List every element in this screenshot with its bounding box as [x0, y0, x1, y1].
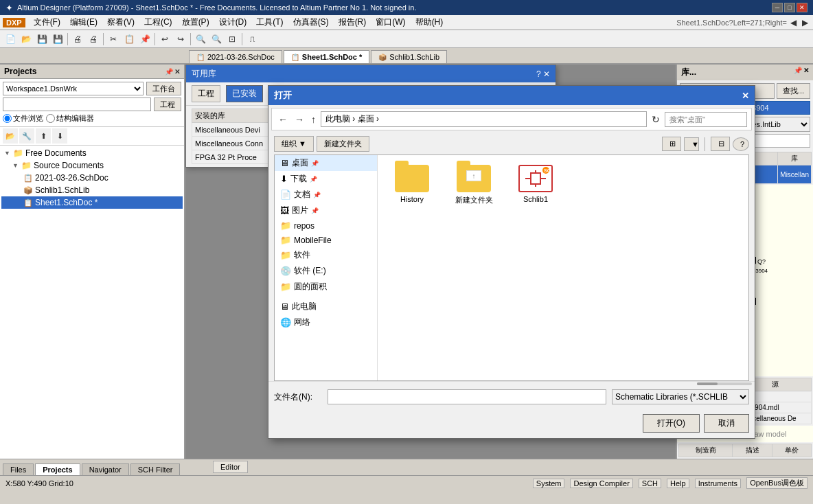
nav-back[interactable]: ◀ — [788, 17, 799, 28]
nav-mobile[interactable]: 📁 MobileFile — [275, 233, 377, 247]
tab-doc3[interactable]: 📦 Schlib1.SchLib — [371, 50, 447, 63]
organize-btn[interactable]: 组织 ▼ — [274, 136, 314, 152]
nav-fwd[interactable]: ▶ — [800, 17, 810, 28]
breadcrumb[interactable]: 此电脑 › 桌面 › — [321, 111, 647, 127]
panel-close-btn[interactable]: ✕ — [174, 68, 180, 76]
pt-btn4[interactable]: ⬇ — [52, 128, 67, 144]
nav-this-pc[interactable]: 🖥 此电脑 — [275, 299, 377, 314]
nav-pictures[interactable]: 🖼 图片 📌 — [275, 203, 377, 218]
bottom-tab-projects[interactable]: Projects — [35, 463, 80, 475]
workspace-btn[interactable]: 工作台 — [146, 82, 181, 95]
bottom-tab-nav[interactable]: Navigator — [82, 463, 129, 475]
status-design[interactable]: Design Compiler — [570, 479, 632, 488]
cancel-btn[interactable]: 取消 — [704, 414, 749, 433]
tree-file2[interactable]: 📦 Schlib1.SchLib — [1, 184, 183, 196]
menu-help[interactable]: 帮助(H) — [411, 15, 448, 30]
nav-software[interactable]: 📁 软件 — [275, 247, 377, 263]
filetype-select[interactable]: Schematic Libraries (*.SCHLIB — [612, 389, 749, 404]
tb-undo[interactable]: ↩ — [157, 32, 172, 47]
help-view-btn[interactable]: ? — [733, 137, 749, 151]
nav-repos[interactable]: 📁 repos — [275, 218, 377, 233]
status-system[interactable]: System — [533, 479, 565, 488]
tb-open[interactable]: 📂 — [19, 32, 34, 47]
menu-design[interactable]: 设计(D) — [215, 15, 251, 30]
editor-tab[interactable]: Editor — [213, 461, 248, 473]
tree-source-docs[interactable]: ▼ 📁 Source Documents — [1, 159, 183, 172]
filename-input[interactable] — [328, 389, 606, 404]
search-nav-input[interactable] — [665, 112, 747, 127]
pt-btn2[interactable]: 🔧 — [19, 128, 34, 144]
nav-back-btn[interactable]: ← — [276, 113, 290, 126]
maximize-btn[interactable]: □ — [784, 3, 795, 12]
nav-refresh-btn[interactable]: ↻ — [650, 113, 662, 126]
status-help[interactable]: Help — [667, 479, 689, 488]
open-dialog-close[interactable]: ✕ — [742, 91, 749, 101]
project-search[interactable] — [3, 98, 151, 111]
avail-tab-project[interactable]: 工程 — [192, 85, 220, 102]
tree-free-docs[interactable]: ▼ 📁 Free Documents — [1, 147, 183, 159]
new-folder-btn[interactable]: 新建文件夹 — [317, 136, 369, 152]
open-btn[interactable]: 打开(O) — [643, 414, 700, 433]
engineering-btn[interactable]: 工程 — [154, 98, 181, 111]
file-view-radio[interactable]: 文件浏览 — [3, 113, 43, 124]
status-sch[interactable]: SCH — [639, 479, 661, 488]
tb-new[interactable]: 📄 — [3, 32, 18, 47]
nav-fwd-btn[interactable]: → — [293, 113, 306, 126]
nav-downloads[interactable]: ⬇ 下载 📌 — [275, 171, 377, 187]
minimize-btn[interactable]: ─ — [772, 3, 783, 12]
nav-documents[interactable]: 📄 文档 📌 — [275, 187, 377, 203]
menu-view[interactable]: 察看(V) — [103, 15, 139, 30]
tab-doc2[interactable]: 📋 Sheet1.SchDoc * — [284, 50, 369, 63]
file-schlib1[interactable]: SC Schlib1 — [508, 162, 563, 208]
nav-up-btn[interactable]: ↑ — [309, 113, 318, 126]
menu-file[interactable]: 文件(F) — [30, 15, 65, 30]
menu-sim[interactable]: 仿真器(S) — [289, 15, 333, 30]
tb-fit[interactable]: ⊡ — [225, 32, 240, 47]
tab-doc1[interactable]: 📋 2021-03-26.SchDoc — [189, 50, 282, 63]
tb-redo[interactable]: ↪ — [173, 32, 188, 47]
tree-file1[interactable]: 📋 2021-03-26.SchDoc — [1, 172, 183, 184]
tb-paste[interactable]: 📌 — [137, 32, 152, 47]
tb-save[interactable]: 💾 — [34, 32, 49, 47]
nav-circle[interactable]: 📁 圆的面积 — [275, 279, 377, 295]
tb-print2[interactable]: 🖨 — [86, 32, 101, 47]
view-list-btn[interactable]: ⊟ — [711, 137, 730, 151]
menu-report[interactable]: 报告(R) — [334, 15, 371, 30]
close-btn[interactable]: ✕ — [797, 3, 808, 12]
bottom-tab-filter[interactable]: SCH Filter — [130, 463, 181, 475]
tb-save-all[interactable]: 💾 — [50, 32, 65, 47]
scroll-thumb[interactable] — [697, 382, 718, 385]
tb-zoom-out[interactable]: 🔍 — [209, 32, 224, 47]
workspace-select[interactable]: Workspace1.DsnWrk — [3, 82, 144, 95]
view-dd-btn[interactable]: ▼ — [684, 137, 699, 151]
bottom-tab-files[interactable]: Files — [3, 463, 34, 475]
lib-panel-close[interactable]: ✕ — [803, 67, 809, 78]
status-openbus[interactable]: OpenBus调色板 — [746, 477, 808, 489]
file-newfolder[interactable]: ↑ 新建文件夹 — [446, 162, 501, 208]
lib-panel-pin[interactable]: 📌 — [794, 67, 802, 78]
menu-place[interactable]: 放置(P) — [178, 15, 214, 30]
nav-desktop[interactable]: 🖥 桌面 📌 — [275, 155, 377, 171]
status-instruments[interactable]: Instruments — [695, 479, 741, 488]
file-history[interactable]: History — [385, 162, 439, 208]
lib-search-btn[interactable]: 查找... — [777, 83, 810, 99]
avail-tab-installed[interactable]: 已安装 — [226, 85, 263, 102]
struct-view-radio[interactable]: 结构编辑器 — [46, 113, 94, 124]
tb-schematic[interactable]: ⎍ — [244, 32, 260, 47]
tb-zoom-in[interactable]: 🔍 — [193, 32, 208, 47]
view-grid-btn[interactable]: ⊞ — [662, 137, 681, 151]
tree-file3[interactable]: 📋 Sheet1.SchDoc * — [1, 196, 183, 209]
pt-btn3[interactable]: ⬆ — [36, 128, 51, 144]
nav-network[interactable]: 🌐 网络 — [275, 314, 377, 330]
nav-software-e[interactable]: 💿 软件 (E:) — [275, 263, 377, 279]
panel-pin-btn[interactable]: 📌 — [165, 68, 173, 76]
pt-btn1[interactable]: 📂 — [3, 128, 18, 144]
menu-tools[interactable]: 工具(T) — [252, 15, 287, 30]
menu-edit[interactable]: 编辑(E) — [66, 15, 102, 30]
tb-print[interactable]: 🖨 — [70, 32, 85, 47]
tb-cut[interactable]: ✂ — [106, 32, 121, 47]
menu-window[interactable]: 窗口(W) — [371, 15, 409, 30]
tb-copy[interactable]: 📋 — [122, 32, 137, 47]
menu-project[interactable]: 工程(C) — [140, 15, 176, 30]
dxp-badge[interactable]: DXP — [3, 18, 25, 27]
